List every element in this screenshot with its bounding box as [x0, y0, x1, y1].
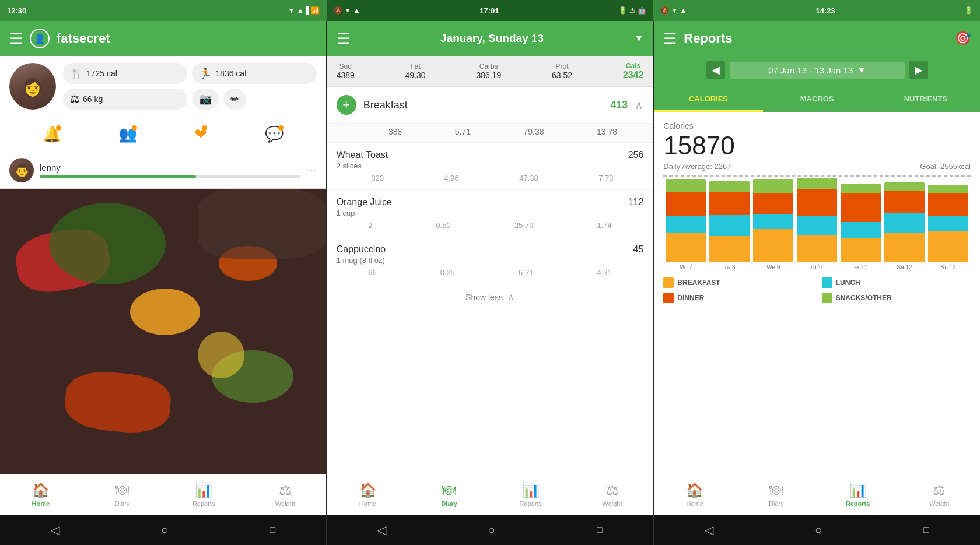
- reports-nav-reports[interactable]: 📊 Reports: [817, 474, 899, 515]
- status-icons-2-left: 🔕 ▼ ▲: [334, 6, 360, 15]
- nav-home-button[interactable]: 🏠 Home: [0, 474, 82, 515]
- bar-mo7-dinner: [666, 192, 706, 216]
- calorie-chart: Mo 7 Tu 8: [663, 175, 971, 270]
- diary-nav-home[interactable]: 🏠 Home: [327, 474, 409, 515]
- bar-mo7-snacks: [666, 179, 706, 192]
- friends-button[interactable]: 👥: [118, 125, 137, 143]
- macro-carbs: Carbs 386.19: [476, 62, 501, 80]
- bar-sa12-snacks: [884, 182, 925, 191]
- total-calories-value: 15870: [663, 133, 971, 159]
- bar-mo7-label: Mo 7: [680, 264, 692, 270]
- messages-button[interactable]: 💬: [265, 125, 284, 143]
- calories-eaten-stat[interactable]: 🍴 1725 cal: [63, 63, 187, 84]
- weight-stat[interactable]: ⚖ 66 kg: [63, 89, 187, 110]
- show-less-button[interactable]: Show less ∧: [327, 284, 653, 310]
- breakfast-add-button[interactable]: +: [337, 95, 356, 115]
- bfast-total-carbs: 79.38: [523, 127, 544, 136]
- friend-row[interactable]: 👨 lenny ···: [0, 152, 326, 189]
- nav-diary-button[interactable]: 🍽 Diary: [82, 474, 163, 515]
- recent-button-3[interactable]: □: [923, 525, 929, 535]
- legend-lunch: LUNCH: [822, 277, 971, 288]
- run-icon: 🏃: [199, 67, 212, 80]
- date-range-selector[interactable]: 07 Jan 13 - 13 Jan 13 ▼: [730, 62, 905, 79]
- bar-sa12-dinner: [884, 191, 925, 213]
- reports-nav-weight[interactable]: ⚖ Weight: [898, 474, 980, 515]
- tab-nutrients[interactable]: NUTRIENTS: [872, 87, 980, 112]
- home-nav-icon: 🏠: [32, 482, 50, 498]
- daily-avg-label: Daily Average: 2267: [663, 162, 731, 171]
- back-button-3[interactable]: ◁: [705, 523, 713, 537]
- macro-header: Sod 4389 Fat 49.30 Carbs 386.19 Prot 63.…: [327, 56, 653, 87]
- wt-fat: 4.96: [444, 174, 459, 182]
- calories-burned-value: 1836 cal: [215, 69, 246, 78]
- goal-label: Goal: 2555kcal: [920, 162, 971, 171]
- diary-nav-diary[interactable]: 🍽 Diary: [408, 474, 490, 515]
- tab-macros[interactable]: MACROS: [763, 87, 872, 112]
- rep-home-label: Home: [687, 500, 704, 507]
- diary-nav-weight[interactable]: ⚖ Weight: [572, 474, 653, 515]
- home-bottom-nav: 🏠 Home 🍽 Diary 📊 Reports ⚖ Weight: [0, 474, 326, 515]
- user-avatar[interactable]: 👩: [9, 63, 56, 110]
- diary-home-icon: 🏠: [359, 482, 377, 498]
- chart-legend: BREAKFAST LUNCH DINNER SNACKS/OTHER: [663, 277, 971, 303]
- fork-icon: 🍴: [70, 67, 83, 80]
- back-button-1[interactable]: ◁: [51, 523, 60, 537]
- android-nav-3: ◁ ○ □: [654, 515, 980, 545]
- diary-weight-icon: ⚖: [606, 482, 619, 498]
- edit-stat[interactable]: ✏: [223, 89, 246, 110]
- bar-we9-lunch: [753, 214, 793, 229]
- bar-tu8-lunch: [709, 215, 750, 236]
- bar-mo7-lunch: [666, 216, 706, 233]
- back-button-2[interactable]: ◁: [377, 523, 386, 537]
- status-icons-3-right: 🔋: [964, 6, 973, 15]
- nav-weight-button[interactable]: ⚖ Weight: [244, 474, 326, 515]
- bar-th10: Th 10: [797, 178, 837, 270]
- bar-tu8: Tu 8: [709, 181, 750, 270]
- oj-sod: 2: [368, 221, 372, 230]
- recent-button-1[interactable]: □: [270, 525, 276, 535]
- friend-more-button[interactable]: ···: [306, 163, 316, 178]
- wheat-toast-desc: 2 slices: [337, 161, 644, 170]
- show-less-label: Show less: [466, 293, 503, 302]
- recent-button-2[interactable]: □: [597, 525, 603, 535]
- home-button-3[interactable]: ○: [815, 523, 822, 537]
- diary-dropdown-button[interactable]: ▼: [635, 33, 644, 44]
- calories-burned-stat[interactable]: 🏃 1836 cal: [192, 63, 316, 84]
- reports-target-icon[interactable]: 🎯: [955, 31, 971, 46]
- app-title: fatsecret: [57, 31, 110, 46]
- reports-title: Reports: [684, 31, 955, 46]
- favorites-button[interactable]: ❤: [194, 125, 207, 143]
- wt-sod: 320: [371, 174, 384, 182]
- notifications-button[interactable]: 🔔: [43, 125, 61, 143]
- bar-mo7: Mo 7: [666, 179, 706, 270]
- date-next-button[interactable]: ▶: [909, 61, 928, 79]
- diary-home-label: Home: [359, 500, 376, 507]
- reports-menu-button[interactable]: ☰: [663, 30, 677, 48]
- wheat-toast-item[interactable]: Wheat Toast 256 2 slices 320 4.96 47.38 …: [327, 143, 653, 190]
- nav-reports-button[interactable]: 📊 Reports: [163, 474, 244, 515]
- bar-tu8-snacks: [709, 181, 750, 192]
- legend-breakfast: BREAKFAST: [663, 277, 812, 288]
- cappuccino-item[interactable]: Cappuccino 45 1 mug (8 fl oz) 66 0.25 6.…: [327, 237, 653, 284]
- bar-sa12-label: Sa 12: [897, 264, 912, 270]
- home-button-1[interactable]: ○: [161, 523, 168, 537]
- home-menu-button[interactable]: ☰: [9, 30, 23, 48]
- date-prev-button[interactable]: ◀: [706, 61, 725, 79]
- diary-date: January, Sunday 13: [356, 32, 629, 45]
- breakfast-collapse-button[interactable]: ∧: [635, 98, 643, 112]
- diary-nav-reports[interactable]: 📊 Reports: [490, 474, 572, 515]
- tab-calories[interactable]: CALORIES: [654, 87, 762, 112]
- camera-stat[interactable]: 📷: [192, 89, 219, 110]
- date-dropdown-arrow: ▼: [858, 65, 866, 75]
- bar-su13: Su 13: [928, 185, 968, 270]
- home-button-2[interactable]: ○: [488, 523, 495, 537]
- reports-nav-home[interactable]: 🏠 Home: [654, 474, 736, 515]
- reports-nav-diary[interactable]: 🍽 Diary: [736, 474, 817, 515]
- diary-menu-button[interactable]: ☰: [337, 30, 350, 48]
- home-app-bar: ☰ 👤 fatsecret: [0, 21, 326, 56]
- bar-th10-lunch: [797, 216, 837, 235]
- reports-app-bar: ☰ Reports 🎯: [654, 21, 980, 56]
- orange-juice-item[interactable]: Orange Juice 112 1 cup 2 0.50 25.79 1.74: [327, 190, 653, 237]
- rep-home-icon: 🏠: [686, 482, 704, 498]
- wheat-toast-cals: 256: [628, 150, 644, 160]
